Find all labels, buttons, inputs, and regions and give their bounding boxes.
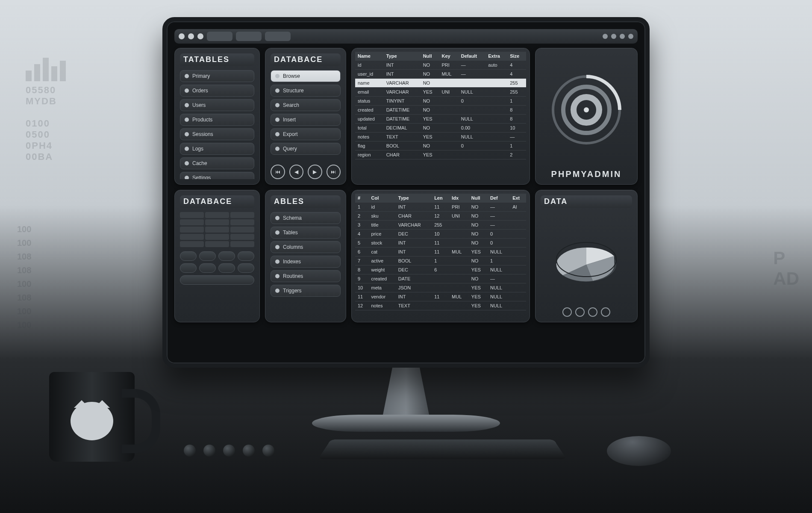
table-row[interactable]: createdDATETIMENO8 — [355, 106, 526, 115]
list-item[interactable]: Browse — [271, 70, 341, 82]
db-action-pill[interactable] — [238, 251, 254, 261]
table-cell — [510, 212, 526, 221]
column-header[interactable]: Type — [396, 194, 432, 203]
db-action-pill[interactable] — [218, 251, 235, 261]
db-action-pill[interactable] — [180, 263, 197, 273]
titlebar-action-icon[interactable] — [628, 34, 633, 39]
data-control-more-icon[interactable] — [601, 307, 610, 317]
column-header[interactable]: Null — [469, 194, 488, 203]
window-control-min[interactable] — [188, 33, 194, 39]
titlebar-tab[interactable] — [236, 32, 262, 41]
list-item[interactable]: Query — [271, 143, 341, 155]
table-cell — [510, 283, 526, 292]
column-header[interactable]: Size — [507, 52, 526, 61]
db-action-pill[interactable] — [218, 263, 235, 273]
list-item[interactable]: Primary — [180, 70, 254, 82]
column-header[interactable]: Idx — [449, 194, 469, 203]
bullet-icon — [185, 132, 189, 136]
list-item[interactable]: Structure — [271, 85, 341, 97]
list-item-label: Insert — [283, 117, 296, 123]
column-header[interactable]: Name — [355, 52, 384, 61]
titlebar-action-icon[interactable] — [620, 34, 625, 39]
pager-button[interactable]: ⏭ — [327, 165, 341, 179]
column-header[interactable]: Default — [459, 52, 485, 61]
table-row[interactable]: flagBOOLNO01 — [355, 142, 526, 150]
list-item[interactable]: Export — [271, 128, 341, 140]
column-header[interactable]: Type — [384, 52, 421, 61]
table-row[interactable]: updatedDATETIMEYESNULL8 — [355, 115, 526, 124]
table-row[interactable]: idINTNOPRI—auto4 — [355, 61, 526, 70]
table-cell: 8 — [355, 265, 368, 274]
column-header[interactable]: Col — [368, 194, 395, 203]
table-cell: MUL — [439, 70, 458, 79]
table-cell — [485, 150, 507, 159]
data-control-next-icon[interactable] — [588, 307, 597, 317]
list-item[interactable]: Search — [271, 99, 341, 111]
column-header[interactable]: Null — [421, 52, 439, 61]
table-row[interactable]: regionCHARYES2 — [355, 150, 526, 159]
pager-button[interactable]: ◀ — [289, 165, 304, 179]
column-header[interactable]: Len — [432, 194, 449, 203]
list-item[interactable]: Indexes — [271, 256, 341, 268]
table-row[interactable]: 4priceDEC10NO0 — [355, 230, 526, 239]
table-cell: TINYINT — [384, 97, 421, 106]
table-row[interactable]: 3titleVARCHAR255NO— — [355, 221, 526, 230]
column-header[interactable]: Extra — [485, 52, 507, 61]
table-row[interactable]: 1idINT11PRINO—AI — [355, 203, 526, 212]
table-row[interactable]: notesTEXTYESNULL— — [355, 133, 526, 142]
db-action-pill[interactable] — [199, 263, 216, 273]
list-item[interactable]: Settings — [180, 172, 254, 179]
titlebar-tab[interactable] — [265, 32, 291, 41]
table-cell — [439, 106, 458, 115]
column-header[interactable]: Key — [439, 52, 458, 61]
db-action-pill[interactable] — [238, 263, 254, 273]
table-row[interactable]: 11vendorINT11MULYESNULL — [355, 292, 526, 301]
table-row[interactable]: totalDECIMALNO0.0010 — [355, 124, 526, 133]
table-cell: PRI — [439, 61, 458, 70]
list-item[interactable]: Schema — [271, 212, 341, 224]
data-control-play-icon[interactable] — [575, 307, 585, 317]
table-cell: 2 — [507, 150, 526, 159]
table-row[interactable]: 2skuCHAR12UNINO— — [355, 212, 526, 221]
table-row[interactable]: 9createdDATENO— — [355, 274, 526, 283]
window-control-max[interactable] — [197, 33, 203, 39]
background-decoration: 05580 MYDB 0100 0500 0PH4 00BA — [26, 56, 66, 162]
data-control-prev-icon[interactable] — [562, 307, 572, 317]
table-row[interactable]: 8weightDEC6YESNULL — [355, 265, 526, 274]
list-item-label: Indexes — [283, 259, 301, 265]
table-row[interactable]: statusTINYINTNO01 — [355, 97, 526, 106]
table-row[interactable]: nameVARCHARNO255 — [355, 79, 526, 88]
list-item[interactable]: Tables — [271, 227, 341, 239]
titlebar-action-icon[interactable] — [611, 34, 616, 39]
db-action-pill-wide[interactable] — [180, 275, 254, 285]
table-row[interactable]: 5stockINT11NO0 — [355, 239, 526, 248]
column-header[interactable]: # — [355, 194, 368, 203]
list-item[interactable]: Sessions — [180, 128, 254, 140]
list-item[interactable]: Products — [180, 114, 254, 126]
list-item-label: Orders — [192, 88, 208, 94]
table-row[interactable]: 6catINT11MULYESNULL — [355, 248, 526, 256]
table-row[interactable]: 10metaJSONYESNULL — [355, 283, 526, 292]
bullet-icon — [275, 132, 279, 136]
list-item[interactable]: Cache — [180, 157, 254, 169]
db-action-pill[interactable] — [199, 251, 216, 261]
table-row[interactable]: 7activeBOOL1NO1 — [355, 256, 526, 265]
titlebar-action-icon[interactable] — [603, 34, 608, 39]
column-header[interactable]: Ext — [510, 194, 526, 203]
titlebar-tab[interactable] — [207, 32, 232, 41]
list-item[interactable]: Triggers — [271, 285, 341, 297]
window-control-close[interactable] — [179, 33, 185, 39]
table-row[interactable]: emailVARCHARYESUNINULL255 — [355, 88, 526, 97]
pager-button[interactable]: ⏮ — [271, 165, 285, 179]
table-row[interactable]: 12notesTEXTYESNULL — [355, 301, 526, 310]
pager-button[interactable]: ▶ — [308, 165, 322, 179]
list-item[interactable]: Orders — [180, 85, 254, 97]
column-header[interactable]: Def — [488, 194, 510, 203]
list-item[interactable]: Routines — [271, 270, 341, 282]
list-item[interactable]: Insert — [271, 114, 341, 126]
db-action-pill[interactable] — [180, 251, 197, 261]
list-item[interactable]: Users — [180, 99, 254, 111]
list-item[interactable]: Logs — [180, 143, 254, 155]
list-item[interactable]: Columns — [271, 241, 341, 253]
table-row[interactable]: user_idINTNOMUL—4 — [355, 70, 526, 79]
